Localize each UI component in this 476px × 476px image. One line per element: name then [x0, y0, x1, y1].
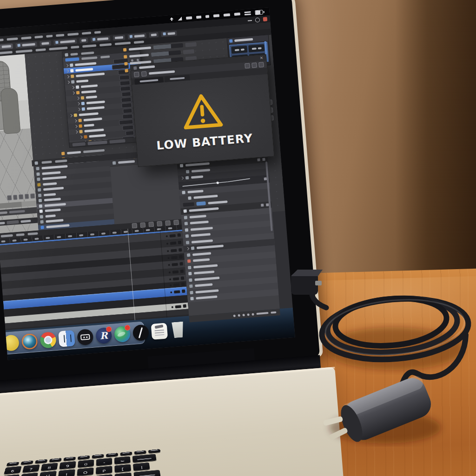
expand-caret[interactable] [69, 114, 73, 117]
key-=[interactable]: = [114, 456, 131, 464]
key-O[interactable]: O [77, 468, 93, 476]
expand-caret[interactable] [76, 96, 79, 99]
active-filter-pill[interactable] [65, 57, 79, 61]
track-icon[interactable] [181, 283, 185, 286]
finder-icon[interactable] [58, 330, 75, 347]
key[interactable] [20, 461, 33, 465]
track-icon[interactable] [178, 248, 182, 252]
track-icon[interactable] [183, 304, 186, 308]
trash-icon[interactable] [169, 321, 186, 338]
drawing-app-dock-item[interactable] [132, 324, 150, 342]
key-;[interactable]: ; [95, 474, 112, 476]
key[interactable] [120, 451, 132, 456]
preview-tile[interactable] [231, 46, 247, 54]
key-][interactable]: ] [133, 463, 150, 471]
value-slider[interactable] [151, 50, 181, 57]
expand-caret[interactable] [77, 107, 80, 111]
key[interactable] [134, 450, 146, 455]
key-8[interactable]: 8 [41, 463, 58, 471]
track-icon[interactable] [178, 241, 182, 245]
panel-icon[interactable] [261, 204, 264, 206]
key-I[interactable]: I [58, 469, 75, 476]
workspace-tab[interactable] [40, 40, 51, 46]
viewport-icon[interactable] [13, 194, 17, 200]
script-r-app-dock-item[interactable]: R [95, 327, 112, 344]
dialog-close-icon[interactable]: ✕ [260, 56, 264, 60]
track-icon[interactable] [179, 255, 183, 259]
bar-status-icon[interactable] [224, 13, 230, 16]
bar-status-icon[interactable] [186, 16, 192, 20]
value-slider[interactable] [153, 43, 184, 50]
key-[[interactable]: [ [114, 464, 131, 472]
value-field[interactable] [183, 49, 195, 54]
key[interactable] [132, 454, 157, 463]
chrome-browser-dock-item[interactable] [40, 331, 57, 349]
track-icon[interactable] [181, 277, 185, 280]
track-icon[interactable] [177, 233, 181, 237]
viewport-icon[interactable] [30, 193, 35, 198]
expand-caret[interactable] [74, 119, 77, 122]
menu-icon[interactable] [258, 62, 264, 67]
expand-caret[interactable] [71, 86, 74, 89]
workspace-tab[interactable] [79, 37, 88, 43]
tool-icon[interactable] [134, 72, 139, 77]
timeline-icon[interactable] [173, 219, 179, 225]
workspace-tab[interactable] [113, 34, 126, 40]
panel-icon[interactable] [262, 158, 265, 160]
key-P[interactable]: P [96, 466, 112, 474]
earth-app-icon[interactable] [114, 326, 131, 343]
glyph-status-icon[interactable] [170, 17, 174, 21]
expand-caret[interactable] [66, 80, 70, 84]
key-'[interactable]: ' [115, 472, 132, 476]
timeline-icon[interactable] [148, 221, 154, 227]
key-Y[interactable]: Y [20, 472, 38, 476]
preview-tile[interactable] [248, 44, 264, 53]
expand-caret[interactable] [66, 69, 69, 73]
battery-status-icon[interactable] [255, 10, 263, 15]
value-pill[interactable] [183, 202, 194, 207]
key[interactable] [92, 454, 104, 458]
bar-status-icon[interactable] [213, 14, 219, 17]
signal-status-icon[interactable] [178, 16, 182, 20]
trash-dock-item[interactable] [169, 321, 186, 338]
value-field[interactable] [185, 42, 197, 47]
notes-app-icon[interactable] [151, 323, 168, 340]
workspace-tab[interactable] [149, 32, 159, 38]
drawing-app-icon[interactable] [132, 324, 150, 342]
track-icon[interactable] [182, 290, 185, 293]
key-0[interactable]: 0 [78, 459, 94, 467]
timeline-icon[interactable] [132, 223, 137, 228]
footer-pill[interactable] [109, 139, 125, 144]
key[interactable] [7, 462, 20, 466]
panel-icon[interactable] [257, 158, 260, 161]
viewport-icon[interactable] [19, 194, 23, 199]
expand-caret[interactable] [72, 91, 75, 94]
timeline-icon[interactable] [157, 221, 162, 226]
expand-caret[interactable] [77, 102, 80, 105]
key-T[interactable]: T [1, 474, 20, 476]
key[interactable] [133, 470, 160, 476]
viewport-icon[interactable] [25, 193, 29, 199]
bar-status-icon[interactable] [205, 15, 209, 18]
browser-orbit-icon[interactable] [21, 333, 38, 350]
key[interactable] [78, 456, 90, 460]
key-9[interactable]: 9 [59, 461, 76, 469]
key-U[interactable]: U [39, 471, 57, 476]
expand-caret[interactable] [65, 64, 68, 67]
workspace-tab[interactable] [161, 30, 177, 37]
key[interactable] [49, 458, 62, 462]
timeline-icon[interactable] [165, 220, 171, 226]
expand-caret[interactable] [75, 130, 78, 133]
expand-caret[interactable] [180, 177, 184, 180]
footer-pill[interactable] [73, 142, 86, 146]
finder-dock-item[interactable] [58, 330, 75, 347]
window-icon[interactable] [251, 62, 257, 68]
tool-icon[interactable] [141, 71, 147, 77]
expand-caret[interactable] [186, 247, 189, 251]
refresh-icon[interactable] [255, 17, 260, 22]
media-app-icon[interactable] [77, 329, 94, 346]
history-icon[interactable] [245, 63, 250, 69]
low-battery-dialog[interactable]: ✕ [130, 54, 274, 167]
track-icon[interactable] [179, 262, 183, 266]
key--[interactable]: - [96, 458, 112, 466]
